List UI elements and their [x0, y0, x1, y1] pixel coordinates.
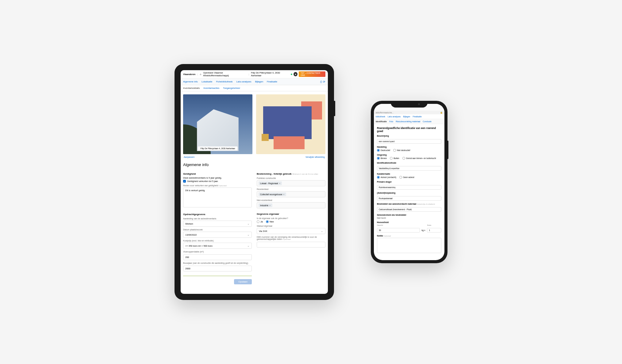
radio-ja[interactable]: Ja	[257, 220, 263, 223]
vloer-input[interactable]	[183, 254, 252, 260]
drager-label: Primaire drager	[377, 181, 441, 183]
omgeving-label: Omgeving	[377, 154, 441, 156]
tab-algemene-info[interactable]: Algemene info	[183, 78, 198, 85]
org-name[interactable]: Openbare Vlaamse Afvalstoffenmaatschappi…	[203, 71, 247, 77]
tab-fichebibliotheek[interactable]: Fichebibliotheek	[216, 78, 232, 85]
tablet-screen: Vlaanderen | ⌂ Openbare Vlaamse Afvalsto…	[181, 70, 328, 294]
subtab-inventarisdetails[interactable]: Inventarisdetails	[183, 85, 200, 91]
toepassing-input[interactable]	[377, 196, 441, 201]
eigenaar-heading: Gegevens eigenaar	[257, 213, 325, 215]
ptab-labo[interactable]: Labo-analyses	[388, 114, 401, 119]
karakter-label: Karakterisatie	[377, 173, 441, 175]
ident-label: Identificatiemethode	[377, 162, 441, 164]
ptab-finalisatie[interactable]: Finalisatie	[413, 114, 422, 119]
ptab-bibliotheek[interactable]: bibliotheek	[376, 114, 385, 119]
photo-address-chip: Filip De Pillecynlaan 4, 2630 Aartselaar	[198, 146, 237, 150]
radio-buiten[interactable]: Buiten	[390, 157, 399, 160]
breadcrumb-bar: Vlaanderen | ⌂ Openbare Vlaamse Afvalsto…	[181, 70, 328, 78]
aanleiding-select[interactable]: Werken	[183, 221, 252, 227]
psubtab-identificatie[interactable]: Identificatie	[376, 119, 387, 124]
tab-labo-analyses[interactable]: Labo-analyses	[236, 78, 251, 85]
aanleiding-label: Aanleiding van de asbestinventaris	[183, 218, 252, 220]
statuut-select[interactable]: Via SVK	[257, 228, 325, 234]
section-title: Algemene info	[183, 162, 325, 167]
edit-image-link[interactable]: Aanpassen	[184, 156, 194, 158]
cadastral-map[interactable]	[256, 94, 325, 154]
print-icon[interactable]: ⎙	[320, 80, 322, 83]
datum-input[interactable]: 13/09/2022	[183, 232, 252, 238]
notitie-textarea[interactable]	[377, 238, 441, 253]
nietres-label: Niet-residentieel	[257, 199, 325, 201]
phone-content[interactable]: Roerendgoedfiche identificatie van een r…	[374, 124, 444, 260]
stuks-input[interactable]	[427, 228, 441, 233]
psubtab-foto[interactable]: Foto	[389, 119, 393, 124]
tablet-device: Vlaanderen | ⌂ Openbare Vlaamse Afvalsto…	[175, 64, 334, 300]
subtab-inventarisacties[interactable]: Inventarisacties	[203, 85, 219, 91]
bindmiddel-label: Bindmiddel van asbestverdacht materiaal …	[377, 203, 441, 205]
psubtab-conclusie[interactable]: Conclusie	[423, 119, 432, 124]
handeling-label: Handeling	[377, 146, 441, 148]
owner-user-label: Is de eigenaar ook de gebruiker?	[257, 217, 325, 219]
radio-asbest-verdacht[interactable]: Asbest (verdacht)	[377, 176, 396, 179]
beschrijving-input[interactable]	[377, 139, 441, 144]
phone-breadcrumb: alstoffenmaatscha... 🔒	[374, 111, 444, 114]
main-tabs: Algemene info Lokalisatie Fichebibliothe…	[181, 78, 328, 85]
reason-label: Reden voor verkorten van geldigheid Opti…	[183, 184, 252, 187]
phone-main-tabs: bibliotheek Labo-analyses Bijlagen Final…	[374, 114, 444, 119]
publieke-tags[interactable]: Lokaal - Regionaal	[257, 180, 325, 186]
radio-destructief[interactable]: Destructief	[377, 149, 390, 152]
kbo-input[interactable]	[257, 242, 325, 248]
bindmiddel-input[interactable]	[377, 207, 441, 212]
kostprijs-select[interactable]: >= 350 euro en < 500 euro	[183, 243, 252, 249]
save-button[interactable]: Opslaan	[234, 279, 252, 284]
publieke-label: Publieke constructie	[257, 177, 325, 179]
phone-screen: alstoffenmaatscha... 🔒 bibliotheek Labo-…	[374, 104, 444, 260]
phone-device: alstoffenmaatscha... 🔒 bibliotheek Labo-…	[371, 101, 447, 263]
property-photo: Filip De Pillecynlaan 4, 2630 Aartselaar	[183, 94, 252, 154]
radio-grenst[interactable]: Grenst aan binnen- en buitenlucht	[402, 157, 436, 160]
statuut-label: Statuut eigenaar	[257, 225, 325, 227]
address-crumb[interactable]: Filip De Pillecynlaan 4, 2630 Aartselaar	[251, 71, 289, 77]
status-dot	[291, 74, 292, 75]
contact-button[interactable]: TST – CONTACTEER ONS	[299, 71, 325, 77]
toepassing-label: (Asbest)toepassing	[377, 192, 441, 194]
refresh-icon[interactable]: ⟳	[323, 80, 325, 83]
shorten-validity-checkbox[interactable]: ✓	[183, 180, 186, 183]
psubtab-risico[interactable]: Risicobeoordeling materiaal	[396, 119, 420, 124]
bouwjaar-input[interactable]	[183, 266, 252, 271]
radio-binnen[interactable]: Binnen	[377, 157, 387, 160]
resident-tags[interactable]: Collectief woongebouw	[257, 191, 325, 197]
bestemming-heading: Bestemming - feitelijk gebruik Minimum 1…	[257, 173, 325, 175]
subtab-toegangsbeheer[interactable]: Toegangsbeheer	[223, 85, 240, 91]
tag-lokaal-regionaal[interactable]: Lokaal - Regionaal	[259, 181, 282, 185]
datum-label: Datum plaatsbezoek	[183, 229, 252, 231]
tab-bijlagen[interactable]: Bijlagen	[255, 78, 263, 85]
radio-geen-asbest[interactable]: Geen asbest	[399, 176, 414, 179]
radio-niet-destructief[interactable]: Niet destructief	[393, 149, 410, 152]
gewicht-input[interactable]	[377, 228, 420, 233]
tag-industrie[interactable]: Industrie	[259, 203, 272, 207]
user-avatar-icon[interactable]: ●	[294, 72, 298, 76]
notitie-label: Notitie Optioneel	[377, 235, 441, 237]
sub-tabs: Inventarisdetails Inventarisacties Toega…	[181, 85, 328, 91]
kg-unit: kg x	[422, 229, 425, 233]
remove-image-link[interactable]: Verwijder afbeelding	[305, 156, 325, 158]
ident-input[interactable]	[377, 166, 441, 171]
kostprijs-label: Kostprijs (excl. btw en retributie)	[183, 240, 252, 242]
tag-collectief[interactable]: Collectief woongebouw	[259, 192, 286, 196]
lock-icon: 🔒	[440, 111, 443, 114]
geldigheid-text: Deze asbestinventaris is 5 jaar geldig.	[183, 176, 252, 179]
brand: Vlaanderen	[183, 73, 195, 76]
radio-nee[interactable]: Nee	[266, 220, 274, 223]
gebonden-label: Gebondenheid obv bindmiddel	[377, 214, 441, 216]
ptab-bijlagen[interactable]: Bijlagen	[403, 114, 410, 119]
tab-finalisatie[interactable]: Finalisatie	[267, 78, 277, 85]
drager-input[interactable]	[377, 185, 441, 190]
phone-notch	[391, 101, 428, 108]
home-icon[interactable]: ⌂	[200, 73, 201, 76]
tab-lokalisatie[interactable]: Lokalisatie	[202, 78, 212, 85]
nietres-tags[interactable]: Industrie	[257, 202, 325, 208]
main-content[interactable]: Filip De Pillecynlaan 4, 2630 Aartselaar…	[181, 91, 328, 294]
gewicht-label: Gewicht	[377, 224, 420, 226]
reason-textarea[interactable]: Dit is verkort geldig	[183, 188, 252, 207]
